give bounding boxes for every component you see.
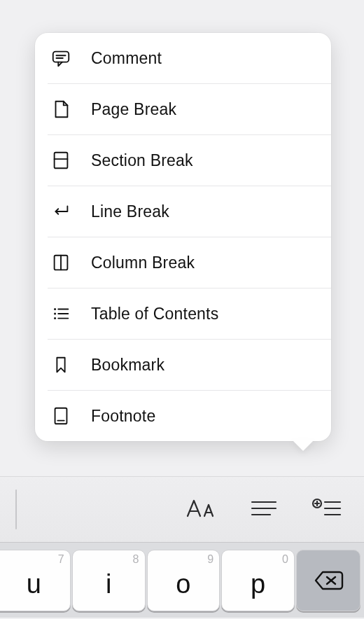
menu-label: Bookmark [78,356,164,375]
menu-item-comment[interactable]: Comment [35,33,331,83]
comment-icon [50,48,78,69]
footnote-icon [50,405,78,426]
menu-label: Footnote [78,407,155,426]
menu-label: Comment [78,49,162,68]
svg-point-8 [54,313,56,315]
insert-list-icon [309,495,344,522]
svg-point-9 [54,317,56,319]
delete-icon [313,569,344,592]
key-i[interactable]: 8 i [72,550,146,611]
menu-item-bookmark[interactable]: Bookmark [35,340,331,390]
menu-label: Table of Contents [78,305,218,324]
column-break-icon [50,252,78,273]
menu-item-toc[interactable]: Table of Contents [35,288,331,339]
svg-rect-13 [55,408,67,424]
svg-rect-3 [55,153,68,169]
menu-item-footnote[interactable]: Footnote [35,391,331,441]
svg-point-7 [54,308,56,310]
insert-button[interactable] [309,495,344,524]
menu-item-section-break[interactable]: Section Break [35,135,331,186]
format-text-button[interactable] [183,495,218,524]
section-break-icon [50,150,78,171]
text-format-icon [183,495,218,522]
key-hint: 0 [282,553,288,566]
key-delete[interactable] [296,550,360,611]
editor-toolbar [0,476,364,542]
insert-menu: Comment Page Break Section Break Line Br… [35,33,331,441]
key-u[interactable]: 7 u [0,550,71,611]
menu-label: Line Break [78,202,169,221]
menu-label: Section Break [78,151,193,170]
svg-rect-0 [53,52,69,62]
cursor-indicator [15,489,17,529]
menu-item-column-break[interactable]: Column Break [35,237,331,288]
page-break-icon [50,99,78,120]
list-icon [50,303,78,324]
menu-item-line-break[interactable]: Line Break [35,186,331,237]
key-o[interactable]: 9 o [147,550,220,611]
menu-label: Column Break [78,253,195,272]
key-glyph: u [27,564,41,597]
line-break-icon [50,201,78,222]
key-glyph: o [176,564,190,597]
key-p[interactable]: 0 p [221,550,295,611]
popover-tail [292,440,314,451]
key-hint: 7 [58,553,64,566]
keyboard-row: 7 u 8 i 9 o 0 p [0,542,364,618]
menu-item-page-break[interactable]: Page Break [35,84,331,134]
bookmark-icon [50,354,78,375]
menu-label: Page Break [78,100,176,119]
key-glyph: p [251,564,265,597]
paragraph-button[interactable] [246,495,281,524]
key-hint: 8 [133,553,139,566]
paragraph-icon [246,495,281,522]
key-hint: 9 [207,553,214,566]
key-glyph: i [106,564,111,597]
